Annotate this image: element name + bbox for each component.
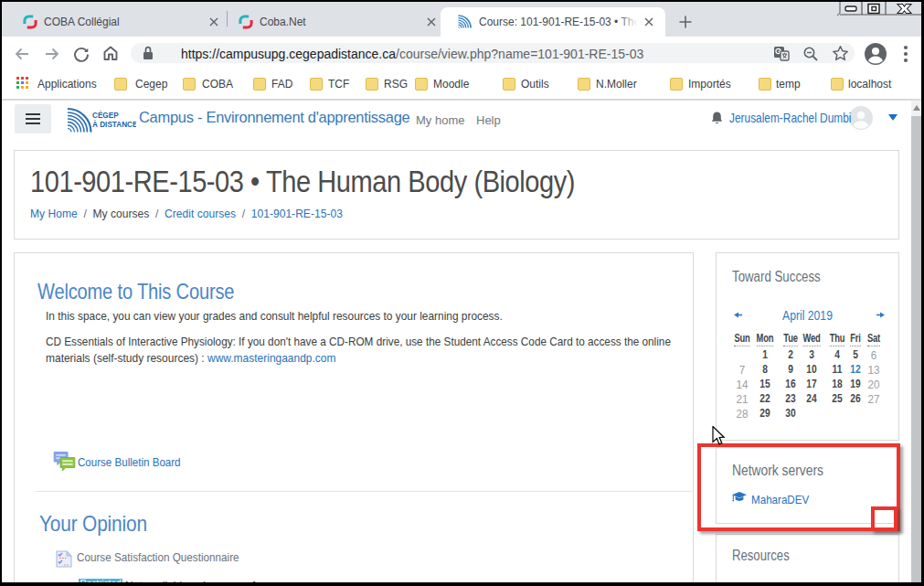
svg-text:CÉGEP: CÉGEP: [92, 111, 119, 120]
svg-text:À DISTANCE: À DISTANCE: [92, 120, 136, 129]
